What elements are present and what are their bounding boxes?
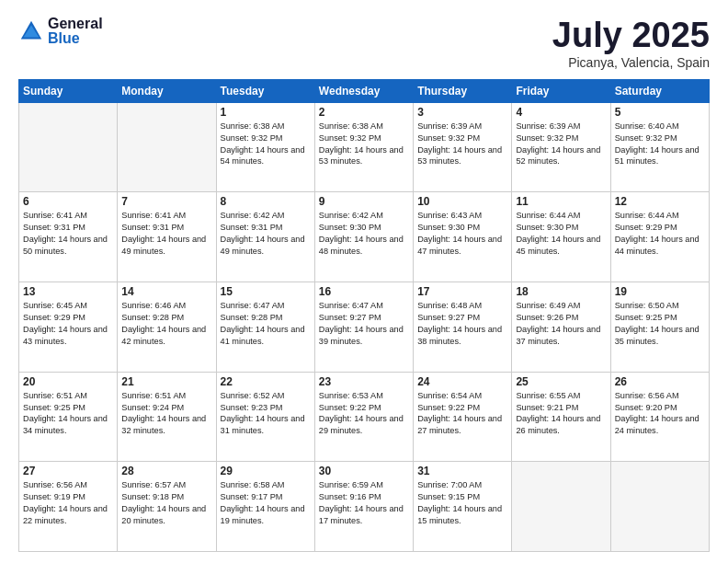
cell-text: Sunrise: 6:50 AM Sunset: 9:25 PM Dayligh… — [615, 300, 705, 348]
logo-icon — [18, 18, 44, 44]
cell-text: Sunrise: 6:53 AM Sunset: 9:22 PM Dayligh… — [319, 390, 409, 438]
weekday-header: Wednesday — [314, 79, 413, 102]
calendar-table: SundayMondayTuesdayWednesdayThursdayFrid… — [18, 79, 710, 552]
calendar-cell — [19, 102, 118, 192]
calendar-week-row: 6Sunrise: 6:41 AM Sunset: 9:31 PM Daylig… — [19, 192, 710, 282]
calendar-cell: 3Sunrise: 6:39 AM Sunset: 9:32 PM Daylig… — [414, 102, 512, 192]
day-number: 24 — [417, 375, 507, 388]
logo-blue: Blue — [48, 31, 103, 46]
title-block: July 2025 Picanya, Valencia, Spain — [552, 17, 710, 70]
cell-text: Sunrise: 6:47 AM Sunset: 9:28 PM Dayligh… — [221, 300, 311, 348]
cell-text: Sunrise: 6:44 AM Sunset: 9:29 PM Dayligh… — [615, 210, 705, 258]
day-number: 3 — [417, 106, 507, 119]
cell-text: Sunrise: 6:57 AM Sunset: 9:18 PM Dayligh… — [121, 479, 211, 527]
day-number: 12 — [615, 195, 705, 208]
cell-text: Sunrise: 6:38 AM Sunset: 9:32 PM Dayligh… — [221, 121, 311, 168]
weekday-header: Sunday — [19, 79, 118, 102]
month-title: July 2025 — [552, 17, 710, 55]
calendar-cell: 17Sunrise: 6:48 AM Sunset: 9:27 PM Dayli… — [414, 282, 512, 373]
day-number: 10 — [417, 195, 507, 208]
calendar-week-row: 27Sunrise: 6:56 AM Sunset: 9:19 PM Dayli… — [19, 462, 710, 552]
cell-text: Sunrise: 6:46 AM Sunset: 9:28 PM Dayligh… — [121, 300, 211, 348]
logo-text: General Blue — [48, 17, 103, 46]
calendar-cell — [512, 462, 610, 552]
calendar-cell: 18Sunrise: 6:49 AM Sunset: 9:26 PM Dayli… — [512, 282, 610, 373]
calendar-cell: 5Sunrise: 6:40 AM Sunset: 9:32 PM Daylig… — [610, 102, 709, 192]
calendar-cell: 12Sunrise: 6:44 AM Sunset: 9:29 PM Dayli… — [610, 192, 709, 282]
calendar-cell: 28Sunrise: 6:57 AM Sunset: 9:18 PM Dayli… — [118, 462, 216, 552]
cell-text: Sunrise: 6:42 AM Sunset: 9:31 PM Dayligh… — [221, 210, 311, 258]
logo: General Blue — [18, 17, 103, 46]
weekday-header: Tuesday — [216, 79, 314, 102]
calendar-cell: 9Sunrise: 6:42 AM Sunset: 9:30 PM Daylig… — [314, 192, 413, 282]
calendar-cell: 1Sunrise: 6:38 AM Sunset: 9:32 PM Daylig… — [216, 102, 314, 192]
calendar-cell — [118, 102, 216, 192]
day-number: 29 — [221, 465, 311, 477]
calendar-cell: 13Sunrise: 6:45 AM Sunset: 9:29 PM Dayli… — [19, 282, 118, 373]
calendar-cell: 4Sunrise: 6:39 AM Sunset: 9:32 PM Daylig… — [512, 102, 610, 192]
cell-text: Sunrise: 6:41 AM Sunset: 9:31 PM Dayligh… — [23, 210, 113, 258]
logo-general: General — [48, 17, 103, 31]
cell-text: Sunrise: 6:59 AM Sunset: 9:16 PM Dayligh… — [319, 479, 409, 527]
day-number: 1 — [221, 106, 311, 119]
weekday-header: Monday — [118, 79, 216, 102]
calendar-cell: 31Sunrise: 7:00 AM Sunset: 9:15 PM Dayli… — [414, 462, 512, 552]
cell-text: Sunrise: 6:56 AM Sunset: 9:19 PM Dayligh… — [23, 479, 113, 527]
day-number: 11 — [516, 195, 606, 208]
cell-text: Sunrise: 6:40 AM Sunset: 9:32 PM Dayligh… — [615, 121, 705, 168]
cell-text: Sunrise: 7:00 AM Sunset: 9:15 PM Dayligh… — [417, 479, 507, 527]
calendar-cell: 30Sunrise: 6:59 AM Sunset: 9:16 PM Dayli… — [314, 462, 413, 552]
calendar-cell: 8Sunrise: 6:42 AM Sunset: 9:31 PM Daylig… — [216, 192, 314, 282]
cell-text: Sunrise: 6:51 AM Sunset: 9:25 PM Dayligh… — [23, 390, 113, 438]
calendar-cell: 11Sunrise: 6:44 AM Sunset: 9:30 PM Dayli… — [512, 192, 610, 282]
calendar-cell: 10Sunrise: 6:43 AM Sunset: 9:30 PM Dayli… — [414, 192, 512, 282]
day-number: 27 — [23, 465, 113, 477]
cell-text: Sunrise: 6:45 AM Sunset: 9:29 PM Dayligh… — [23, 300, 113, 348]
cell-text: Sunrise: 6:41 AM Sunset: 9:31 PM Dayligh… — [121, 210, 211, 258]
calendar-cell: 22Sunrise: 6:52 AM Sunset: 9:23 PM Dayli… — [216, 372, 314, 462]
day-number: 23 — [319, 375, 409, 388]
calendar-cell: 25Sunrise: 6:55 AM Sunset: 9:21 PM Dayli… — [512, 372, 610, 462]
day-number: 6 — [23, 195, 113, 208]
cell-text: Sunrise: 6:55 AM Sunset: 9:21 PM Dayligh… — [516, 390, 606, 438]
calendar-cell: 19Sunrise: 6:50 AM Sunset: 9:25 PM Dayli… — [610, 282, 709, 373]
calendar-week-row: 1Sunrise: 6:38 AM Sunset: 9:32 PM Daylig… — [19, 102, 710, 192]
cell-text: Sunrise: 6:49 AM Sunset: 9:26 PM Dayligh… — [516, 300, 606, 348]
location-subtitle: Picanya, Valencia, Spain — [552, 55, 710, 70]
cell-text: Sunrise: 6:51 AM Sunset: 9:24 PM Dayligh… — [121, 390, 211, 438]
calendar-cell: 24Sunrise: 6:54 AM Sunset: 9:22 PM Dayli… — [414, 372, 512, 462]
calendar-cell: 14Sunrise: 6:46 AM Sunset: 9:28 PM Dayli… — [118, 282, 216, 373]
day-number: 9 — [319, 195, 409, 208]
day-number: 21 — [121, 375, 211, 388]
cell-text: Sunrise: 6:39 AM Sunset: 9:32 PM Dayligh… — [516, 121, 606, 168]
cell-text: Sunrise: 6:39 AM Sunset: 9:32 PM Dayligh… — [417, 121, 507, 168]
day-number: 17 — [417, 285, 507, 298]
day-number: 30 — [319, 465, 409, 477]
weekday-header: Friday — [512, 79, 610, 102]
day-number: 25 — [516, 375, 606, 388]
calendar-cell: 29Sunrise: 6:58 AM Sunset: 9:17 PM Dayli… — [216, 462, 314, 552]
day-number: 15 — [221, 285, 311, 298]
cell-text: Sunrise: 6:44 AM Sunset: 9:30 PM Dayligh… — [516, 210, 606, 258]
calendar-cell — [610, 462, 709, 552]
cell-text: Sunrise: 6:47 AM Sunset: 9:27 PM Dayligh… — [319, 300, 409, 348]
day-number: 31 — [417, 465, 507, 477]
weekday-header: Saturday — [610, 79, 709, 102]
header: General Blue July 2025 Picanya, Valencia… — [18, 17, 710, 70]
day-number: 22 — [221, 375, 311, 388]
calendar-cell: 6Sunrise: 6:41 AM Sunset: 9:31 PM Daylig… — [19, 192, 118, 282]
cell-text: Sunrise: 6:38 AM Sunset: 9:32 PM Dayligh… — [319, 121, 409, 168]
weekday-header: Thursday — [414, 79, 512, 102]
calendar-cell: 26Sunrise: 6:56 AM Sunset: 9:20 PM Dayli… — [610, 372, 709, 462]
day-number: 5 — [615, 106, 705, 119]
calendar-header-row: SundayMondayTuesdayWednesdayThursdayFrid… — [19, 79, 710, 102]
day-number: 8 — [221, 195, 311, 208]
day-number: 20 — [23, 375, 113, 388]
day-number: 2 — [319, 106, 409, 119]
calendar-cell: 15Sunrise: 6:47 AM Sunset: 9:28 PM Dayli… — [216, 282, 314, 373]
calendar-cell: 23Sunrise: 6:53 AM Sunset: 9:22 PM Dayli… — [314, 372, 413, 462]
cell-text: Sunrise: 6:54 AM Sunset: 9:22 PM Dayligh… — [417, 390, 507, 438]
calendar-cell: 16Sunrise: 6:47 AM Sunset: 9:27 PM Dayli… — [314, 282, 413, 373]
day-number: 4 — [516, 106, 606, 119]
cell-text: Sunrise: 6:43 AM Sunset: 9:30 PM Dayligh… — [417, 210, 507, 258]
